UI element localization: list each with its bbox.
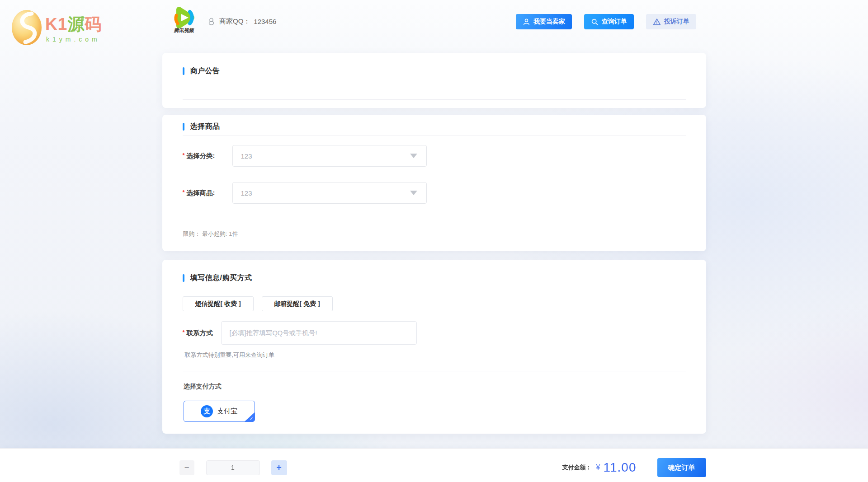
contact-row: *联系方式 [183, 321, 686, 345]
site-logo-text: K1源码 ♛ k1ym.com [45, 10, 102, 43]
warning-triangle-icon [653, 18, 661, 26]
check-icon: ✓ [250, 416, 253, 421]
play-icon [172, 5, 196, 30]
site-logo-icon [12, 10, 42, 45]
amount-value: 11.00 [604, 460, 637, 475]
header-actions: 我要当卖家 查询订单 投诉订单 [516, 14, 696, 29]
notify-tabs: 短信提醒[ 收费 ] 邮箱提醒[ 免费 ] [183, 296, 686, 311]
brand-domain: k1ym.com [46, 36, 102, 43]
quantity-input[interactable] [206, 460, 260, 475]
checkout-bar: − + 支付金额： ¥ 11.00 确定订单 [0, 448, 868, 482]
product-select[interactable]: 123 [232, 182, 427, 204]
contact-input[interactable] [221, 321, 417, 345]
currency-symbol: ¥ [596, 463, 600, 472]
info-card: 填写信息/购买方式 短信提醒[ 收费 ] 邮箱提醒[ 免费 ] *联系方式 联系… [162, 260, 706, 434]
category-select[interactable]: 123 [232, 145, 427, 167]
product-title: 选择商品 [190, 122, 220, 131]
merchant-qq-value: 123456 [254, 18, 276, 25]
query-order-button[interactable]: 查询订单 [584, 14, 634, 29]
required-mark: * [183, 329, 185, 336]
tab-sms-notify[interactable]: 短信提醒[ 收费 ] [183, 296, 254, 311]
site-logo: K1源码 ♛ k1ym.com [12, 10, 102, 45]
chevron-down-icon [410, 154, 417, 158]
contact-note: 联系方式特别重要,可用来查询订单 [185, 351, 686, 359]
brand-ma: 码 [85, 15, 102, 33]
product-divider [183, 136, 686, 136]
quantity-increase-button[interactable]: + [271, 460, 287, 475]
header: K1源码 ♛ k1ym.com 腾讯视频 商家QQ：123456 [0, 0, 868, 42]
confirm-order-button[interactable]: 确定订单 [657, 458, 706, 477]
amount-label: 支付金额： [562, 463, 592, 472]
become-seller-label: 我要当卖家 [533, 18, 565, 26]
category-select-value: 123 [241, 152, 410, 160]
announcement-divider [183, 99, 686, 100]
product-row: *选择商品: 123 [183, 182, 686, 204]
product-label: *选择商品: [183, 189, 232, 197]
crown-icon: ♛ [80, 9, 86, 28]
main-content: 商户公告 选择商品 *选择分类: 123 *选择商品: [162, 53, 706, 434]
chevron-down-icon [410, 191, 417, 195]
section-bar [183, 123, 184, 131]
info-title: 填写信息/购买方式 [190, 273, 252, 283]
info-title-row: 填写信息/购买方式 [183, 260, 686, 283]
quantity-stepper: − + [179, 460, 287, 475]
section-bar [183, 274, 184, 282]
page: K1源码 ♛ k1ym.com 腾讯视频 商家QQ：123456 [0, 0, 868, 434]
query-order-label: 查询订单 [602, 18, 627, 26]
become-seller-button[interactable]: 我要当卖家 [516, 14, 572, 29]
qq-penguin-icon [207, 17, 216, 26]
complaint-order-button[interactable]: 投诉订单 [646, 14, 696, 29]
product-select-value: 123 [241, 189, 410, 197]
announcement-card: 商户公告 [162, 53, 706, 108]
quantity-decrease-button[interactable]: − [179, 460, 194, 475]
category-row: *选择分类: 123 [183, 145, 686, 167]
store-logo: 腾讯视频 [171, 5, 197, 34]
search-icon [591, 18, 599, 26]
tab-email-notify[interactable]: 邮箱提醒[ 免费 ] [262, 296, 333, 311]
product-card: 选择商品 *选择分类: 123 *选择商品: 123 [162, 115, 706, 251]
required-mark: * [183, 189, 185, 196]
alipay-icon: 支 [201, 405, 213, 417]
alipay-option[interactable]: 支 支付宝 ✓ [184, 401, 255, 422]
section-bar [183, 67, 184, 75]
contact-label: *联系方式 [183, 329, 221, 337]
info-divider [183, 371, 686, 371]
category-label: *选择分类: [183, 152, 232, 160]
announcement-title-row: 商户公告 [183, 53, 686, 76]
checkout-bar-inner: − + 支付金额： ¥ 11.00 确定订单 [162, 449, 706, 482]
payment-summary: 支付金额： ¥ 11.00 确定订单 [562, 458, 706, 477]
alipay-label: 支付宝 [217, 407, 237, 416]
user-icon [523, 18, 530, 26]
purchase-limit-text: 限购： 最小起购: 1件 [183, 230, 686, 238]
merchant-qq: 商家QQ：123456 [207, 17, 276, 26]
product-title-row: 选择商品 [183, 115, 686, 131]
store-logo-label: 腾讯视频 [170, 27, 198, 34]
merchant-qq-label: 商家QQ： [219, 17, 250, 26]
complaint-order-label: 投诉订单 [664, 18, 689, 26]
announcement-title: 商户公告 [190, 66, 220, 76]
payment-method-label: 选择支付方式 [184, 383, 686, 391]
required-mark: * [183, 152, 185, 159]
brand-k1: K1 [45, 15, 67, 33]
